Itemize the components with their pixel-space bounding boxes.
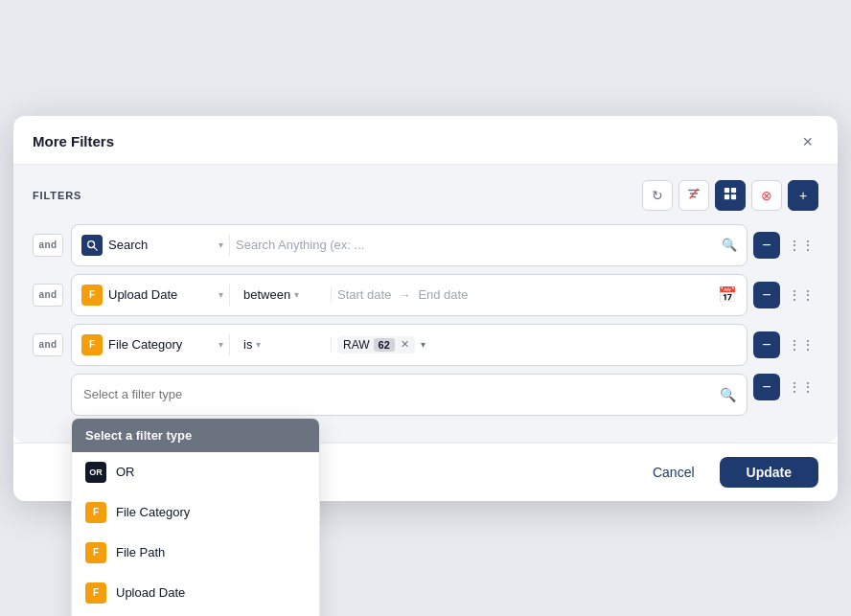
- svg-rect-2: [731, 188, 736, 193]
- start-date-placeholder: Start date: [337, 287, 391, 302]
- tag-raw: RAW 62 ✕: [337, 336, 415, 354]
- more-upload-date-button[interactable]: ⋮⋮: [784, 285, 818, 305]
- clear-icon: ⊗: [761, 188, 772, 203]
- filter-type-file-category[interactable]: F File Category ▾: [81, 334, 230, 355]
- dropdown-item-pipeline[interactable]: W Pipeline: [72, 613, 319, 617]
- add-icon: +: [799, 188, 807, 203]
- filter-value-file-category: RAW 62 ✕ ▾: [337, 336, 737, 354]
- refresh-button[interactable]: ↻: [642, 180, 673, 211]
- file-category-icon: F: [85, 502, 106, 523]
- update-button[interactable]: Update: [720, 457, 818, 488]
- calendar-icon: 📅: [718, 285, 737, 304]
- select-input-wrapper: 🔍 Select a filter type OR OR F File Cate…: [71, 374, 748, 416]
- toolbar: ↻: [642, 180, 818, 211]
- search-type-icon: [81, 235, 103, 256]
- remove-search-button[interactable]: −: [753, 232, 780, 259]
- filter-value-search: Search Anything (ex: ... 🔍: [236, 238, 737, 252]
- dropdown-item-or[interactable]: OR OR: [72, 452, 319, 492]
- remove-upload-date-button[interactable]: −: [753, 282, 780, 308]
- operator-chevron-file-category: ▾: [256, 339, 261, 350]
- modal-title: More Filters: [33, 133, 114, 149]
- dropdown-header: Select a filter type: [72, 419, 319, 452]
- filter-row-upload-date: and F Upload Date ▾ between ▾ Start date…: [33, 274, 818, 316]
- svg-rect-4: [731, 194, 736, 199]
- end-date-placeholder: End date: [418, 287, 468, 302]
- add-filter-button[interactable]: +: [788, 180, 818, 211]
- date-arrow-icon: →: [399, 288, 410, 302]
- clear-button[interactable]: ⊗: [751, 180, 782, 211]
- and-badge-3: and: [33, 333, 63, 356]
- svg-rect-1: [724, 188, 729, 193]
- remove-select-button[interactable]: −: [753, 374, 780, 400]
- filter-type-search[interactable]: Search ▾: [81, 235, 230, 256]
- tag-count: 62: [374, 338, 395, 352]
- filter-type-upload-date[interactable]: F Upload Date ▾: [81, 285, 230, 306]
- filter-select-row: 🔍 Select a filter type OR OR F File Cate…: [33, 374, 818, 416]
- more-select-button[interactable]: ⋮⋮: [784, 377, 818, 397]
- filter-row-search: and Search ▾ Search Anything (ex: ... 🔍: [33, 224, 818, 266]
- tag-label: RAW: [343, 338, 370, 352]
- filter-type-label-file-category: File Category: [108, 337, 213, 352]
- filter-type-label-upload-date: Upload Date: [108, 287, 213, 302]
- operator-chevron-upload-date: ▾: [294, 289, 299, 300]
- chevron-search: ▾: [218, 240, 223, 250]
- dropdown-label-or: OR: [116, 465, 135, 479]
- more-filters-modal: More Filters × FILTERS ↻: [13, 116, 838, 501]
- row-actions-select: − ⋮⋮: [753, 374, 818, 400]
- table-view-button[interactable]: [715, 180, 746, 211]
- filter-remove-button[interactable]: [678, 180, 709, 211]
- search-magnifier-icon: 🔍: [722, 238, 737, 252]
- select-search-icon: 🔍: [720, 387, 736, 402]
- tag-remove-button[interactable]: ✕: [401, 338, 409, 351]
- filters-header: FILTERS ↻: [33, 180, 818, 211]
- dropdown-item-upload-date[interactable]: F Upload Date: [72, 573, 319, 613]
- chevron-upload-date: ▾: [218, 289, 223, 300]
- filter-icon: [687, 187, 701, 203]
- row-actions-upload-date: − ⋮⋮: [753, 282, 818, 308]
- filter-operator-file-category[interactable]: is ▾: [236, 337, 332, 352]
- filter-content-search: Search ▾ Search Anything (ex: ... 🔍: [71, 224, 748, 266]
- dropdown-label-upload-date: Upload Date: [116, 585, 185, 600]
- svg-point-5: [88, 240, 95, 247]
- filter-operator-upload-date[interactable]: between ▾: [236, 287, 332, 302]
- cancel-button[interactable]: Cancel: [637, 457, 710, 488]
- upload-date-type-icon: F: [81, 285, 103, 306]
- and-badge-2: and: [33, 284, 63, 307]
- filter-row-file-category: and F File Category ▾ is ▾ RAW 62 ✕: [33, 324, 818, 366]
- file-category-type-icon: F: [81, 334, 103, 355]
- more-file-category-button[interactable]: ⋮⋮: [784, 335, 818, 354]
- operator-label-upload-date: between: [243, 287, 290, 302]
- filter-type-input[interactable]: [71, 374, 748, 416]
- filters-label: FILTERS: [33, 190, 81, 201]
- svg-line-6: [94, 247, 97, 250]
- dropdown-item-file-path[interactable]: F File Path: [72, 533, 319, 573]
- refresh-icon: ↻: [652, 188, 663, 203]
- date-range-input[interactable]: Start date → End date 📅: [337, 285, 737, 304]
- dropdown-label-file-category: File Category: [116, 505, 190, 519]
- modal-header: More Filters ×: [13, 116, 838, 165]
- filter-type-label-search: Search: [108, 238, 213, 252]
- file-path-icon: F: [85, 542, 106, 563]
- search-placeholder: Search Anything (ex: ...: [236, 238, 364, 252]
- remove-file-category-button[interactable]: −: [753, 331, 780, 358]
- filter-content-file-category: F File Category ▾ is ▾ RAW 62 ✕ ▾: [71, 324, 748, 366]
- table-icon: [724, 187, 737, 203]
- filter-type-dropdown: Select a filter type OR OR F File Catego…: [71, 418, 320, 617]
- more-search-button[interactable]: ⋮⋮: [784, 236, 818, 255]
- upload-date-icon: F: [85, 582, 106, 604]
- operator-label-file-category: is: [243, 337, 252, 352]
- filter-content-upload-date: F Upload Date ▾ between ▾ Start date → E…: [71, 274, 748, 316]
- modal-body: FILTERS ↻: [13, 165, 838, 443]
- close-button[interactable]: ×: [796, 131, 818, 152]
- tag-expand-button[interactable]: ▾: [421, 339, 426, 350]
- svg-rect-3: [724, 194, 729, 199]
- dropdown-item-file-category[interactable]: F File Category: [72, 492, 319, 533]
- row-actions-search: − ⋮⋮: [753, 232, 818, 259]
- and-badge-1: and: [33, 234, 63, 257]
- chevron-file-category: ▾: [218, 339, 223, 350]
- or-icon: OR: [85, 462, 106, 483]
- row-actions-file-category: − ⋮⋮: [753, 331, 818, 358]
- dropdown-label-file-path: File Path: [116, 545, 165, 559]
